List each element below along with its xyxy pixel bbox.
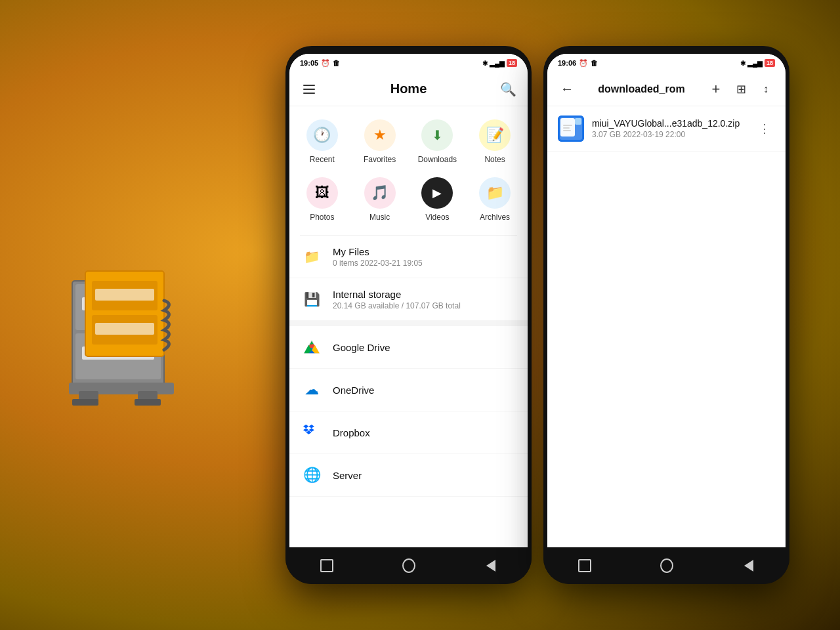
svg-rect-21 <box>563 130 571 131</box>
empty-area <box>547 152 786 547</box>
internal-storage-subtitle: 20.14 GB available / 107.07 GB total <box>333 301 517 310</box>
status-bar-1: 19:05 ⏰ 🗑 ✱ ▂▄▆ 18 <box>289 54 528 72</box>
phone-2-screen: 19:06 ⏰ 🗑 ✱ ▂▄▆ 18 ← downloaded_rom + ⊞ … <box>547 54 786 547</box>
server-text: Server <box>333 470 517 481</box>
music-label: Music <box>369 213 390 222</box>
google-drive-title: Google Drive <box>333 342 517 353</box>
videos-label: Videos <box>425 213 449 222</box>
alarm-icon-2: ⏰ <box>579 59 588 68</box>
category-favorites[interactable]: ★ Favorites <box>352 114 408 169</box>
downloads-label: Downloads <box>418 155 457 164</box>
dropbox-text: Dropbox <box>333 427 517 438</box>
category-recent[interactable]: 🕐 Recent <box>295 114 350 169</box>
internal-storage-item[interactable]: 💾 Internal storage 20.14 GB available / … <box>289 278 528 321</box>
my-files-text: My Files 0 items 2022-03-21 19:05 <box>333 246 517 268</box>
music-icon: 🎵 <box>364 177 396 209</box>
category-downloads[interactable]: ⬇ Downloads <box>410 114 465 169</box>
add-button-2[interactable]: + <box>704 77 728 101</box>
file-date: 2022-03-19 22:00 <box>623 130 685 139</box>
nav-back-1[interactable] <box>484 559 497 572</box>
favorites-icon: ★ <box>364 119 396 151</box>
nav-circle-2[interactable] <box>660 559 673 572</box>
phones-container: 19:05 ⏰ 🗑 ✱ ▂▄▆ 18 Home 🔍 <box>285 46 789 584</box>
file-meta: 3.07 GB 2022-03-19 22:00 <box>592 130 746 139</box>
onedrive-text: OneDrive <box>333 385 517 396</box>
svg-rect-17 <box>560 118 575 136</box>
internal-storage-icon: 💾 <box>300 287 324 311</box>
videos-icon: ▶ <box>421 177 453 209</box>
svg-rect-20 <box>563 127 570 129</box>
google-drive-icon <box>300 335 324 359</box>
nav-square-1[interactable] <box>320 559 333 572</box>
notes-icon: 📝 <box>479 119 511 151</box>
app-bar-1: Home 🔍 <box>289 72 528 106</box>
photos-icon: 🖼 <box>306 177 338 209</box>
nav-circle-1[interactable] <box>402 559 415 572</box>
time-2: 19:06 <box>558 59 576 67</box>
phone-1: 19:05 ⏰ 🗑 ✱ ▂▄▆ 18 Home 🔍 <box>285 46 532 584</box>
my-files-subtitle: 0 items 2022-03-21 19:05 <box>333 259 517 268</box>
internal-storage-text: Internal storage 20.14 GB available / 10… <box>333 289 517 310</box>
internal-storage-title: Internal storage <box>333 289 517 300</box>
svg-rect-18 <box>575 118 581 125</box>
google-drive-text: Google Drive <box>333 342 517 353</box>
nav-square-2[interactable] <box>578 559 591 572</box>
svg-rect-16 <box>558 116 584 142</box>
my-files-title: My Files <box>333 246 517 257</box>
archives-icon: 📁 <box>479 177 511 209</box>
time-1: 19:05 <box>300 59 318 67</box>
storage-list: 📁 My Files 0 items 2022-03-21 19:05 💾 In… <box>289 236 528 547</box>
category-grid: 🕐 Recent ★ Favorites ⬇ Downloads <box>289 106 528 235</box>
phone-2-nav-bar <box>543 547 789 584</box>
svg-rect-9 <box>95 323 154 335</box>
onedrive-title: OneDrive <box>333 385 517 396</box>
downloads-icon: ⬇ <box>421 119 453 151</box>
status-bar-2: 19:06 ⏰ 🗑 ✱ ▂▄▆ 18 <box>547 54 786 72</box>
app-bar-2: ← downloaded_rom + ⊞ ↕ <box>547 72 786 106</box>
server-icon: 🌐 <box>300 463 324 487</box>
search-button-1[interactable]: 🔍 <box>496 77 520 101</box>
svg-rect-19 <box>563 125 572 126</box>
category-photos[interactable]: 🖼 Photos <box>295 172 350 227</box>
back-button-2[interactable]: ← <box>555 77 579 101</box>
status-left-1: 19:05 ⏰ 🗑 <box>300 59 340 68</box>
signal-icon-1: ▂▄▆ <box>490 60 505 67</box>
onedrive-icon: ☁ <box>300 378 324 402</box>
category-music[interactable]: 🎵 Music <box>352 172 408 227</box>
svg-rect-13 <box>72 399 98 406</box>
grid-button-2[interactable]: ⊞ <box>729 77 753 101</box>
svg-rect-14 <box>135 399 161 406</box>
google-drive-item[interactable]: Google Drive <box>289 326 528 369</box>
category-notes[interactable]: 📝 Notes <box>467 114 522 169</box>
file-size: 3.07 GB <box>592 130 621 139</box>
battery-icon-1: 18 <box>507 59 517 67</box>
bluetooth-icon-2: ✱ <box>740 60 746 67</box>
onedrive-item[interactable]: ☁ OneDrive <box>289 369 528 411</box>
status-right-1: ✱ ▂▄▆ 18 <box>482 59 517 67</box>
nav-back-2[interactable] <box>742 559 755 572</box>
notes-label: Notes <box>484 155 505 164</box>
alarm-icon-1: ⏰ <box>321 59 330 68</box>
menu-button-1[interactable] <box>297 77 321 101</box>
my-files-item[interactable]: 📁 My Files 0 items 2022-03-21 19:05 <box>289 236 528 278</box>
phone-1-nav-bar <box>285 547 532 584</box>
server-title: Server <box>333 470 517 481</box>
app-bar-actions: + ⊞ ↕ <box>704 77 778 101</box>
photos-label: Photos <box>310 213 334 222</box>
status-left-2: 19:06 ⏰ 🗑 <box>558 59 598 68</box>
file-item-zip[interactable]: miui_VAYUGlobal...e31adb_12.0.zip 3.07 G… <box>547 106 786 152</box>
trash-icon-1: 🗑 <box>333 59 340 67</box>
trash-icon-2: 🗑 <box>591 59 598 67</box>
my-files-icon: 📁 <box>300 245 324 268</box>
sort-button-2[interactable]: ↕ <box>754 77 778 101</box>
phone-2: 19:06 ⏰ 🗑 ✱ ▂▄▆ 18 ← downloaded_rom + ⊞ … <box>543 46 789 584</box>
section-sep <box>289 321 528 326</box>
winzip-logo <box>33 215 230 415</box>
more-options-button[interactable]: ⋮ <box>754 118 775 139</box>
category-archives[interactable]: 📁 Archives <box>467 172 522 227</box>
category-videos[interactable]: ▶ Videos <box>410 172 465 227</box>
server-item[interactable]: 🌐 Server <box>289 454 528 497</box>
status-right-2: ✱ ▂▄▆ 18 <box>740 59 775 67</box>
dropbox-item[interactable]: Dropbox <box>289 411 528 454</box>
svg-rect-7 <box>95 289 154 301</box>
